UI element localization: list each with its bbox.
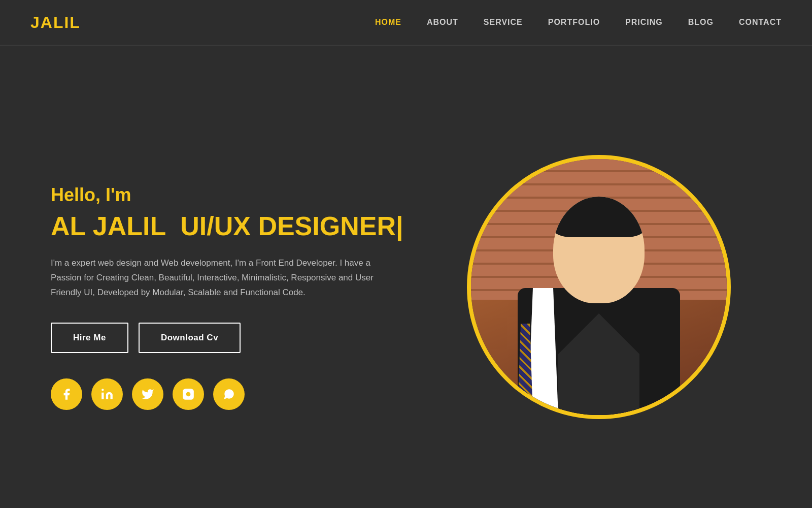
navbar: JALIL HOME ABOUT SERVICE PORTFOLIO PRICI… (0, 0, 812, 46)
hero-profile (467, 155, 731, 419)
profile-placeholder (471, 159, 727, 415)
title-text: UI/UX DESIGNER| (180, 211, 403, 241)
name-title: AL JALIL UI/UX DESIGNER| (51, 212, 406, 241)
cta-buttons: Hire Me Download Cv (51, 323, 406, 353)
hire-me-button[interactable]: Hire Me (51, 323, 128, 353)
lapel-right (599, 313, 639, 415)
nav-home[interactable]: HOME (375, 18, 401, 26)
nav-blog[interactable]: BLOG (688, 18, 714, 26)
nav-links: HOME ABOUT SERVICE PORTFOLIO PRICING BLO… (375, 18, 782, 27)
hero-section: Hello, I'm AL JALIL UI/UX DESIGNER| I'm … (0, 46, 812, 508)
description-text: I'm a expert web design and Web developm… (51, 256, 396, 300)
download-cv-button[interactable]: Download Cv (139, 323, 241, 353)
lapel-left (558, 313, 599, 415)
person-suit (518, 288, 680, 415)
hero-content: Hello, I'm AL JALIL UI/UX DESIGNER| I'm … (51, 184, 406, 410)
facebook-icon[interactable] (51, 378, 82, 410)
twitter-icon[interactable] (132, 378, 163, 410)
nav-about[interactable]: ABOUT (427, 18, 458, 26)
greeting-text: Hello, I'm (51, 184, 406, 206)
whatsapp-icon[interactable] (213, 378, 245, 410)
nav-pricing[interactable]: PRICING (625, 18, 663, 26)
nav-portfolio[interactable]: PORTFOLIO (548, 18, 600, 26)
profile-image-circle (467, 155, 731, 419)
person-head (553, 197, 645, 303)
social-icons (51, 378, 406, 410)
instagram-icon[interactable] (173, 378, 204, 410)
name-text: AL JALIL (51, 211, 165, 241)
person-tie (518, 324, 533, 415)
person-hair (553, 197, 645, 237)
nav-service[interactable]: SERVICE (484, 18, 523, 26)
linkedin-icon[interactable] (91, 378, 123, 410)
logo[interactable]: JALIL (30, 13, 81, 32)
person-body (471, 223, 727, 415)
nav-contact[interactable]: CONTACT (739, 18, 782, 26)
svg-point-0 (101, 389, 104, 391)
